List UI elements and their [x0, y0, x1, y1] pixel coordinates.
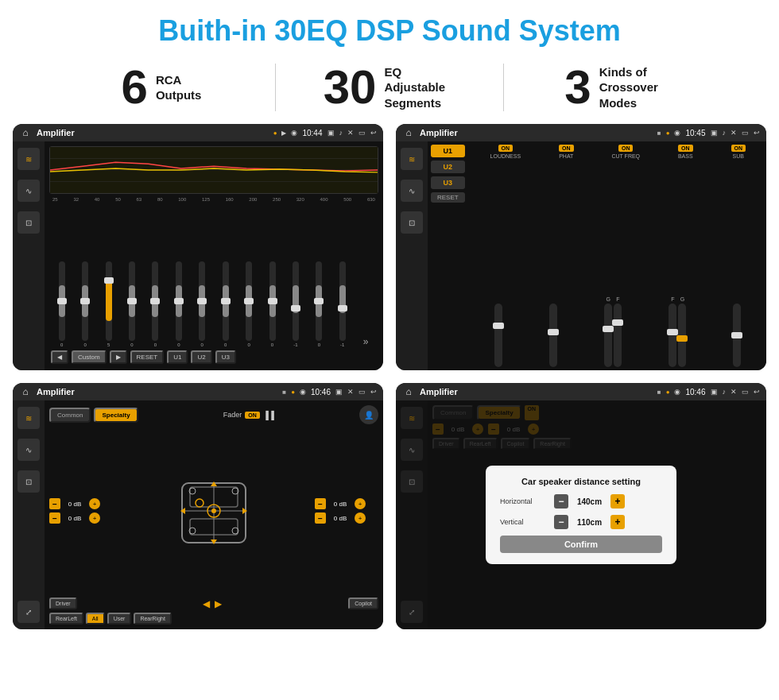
eq-track-2[interactable]: [82, 261, 88, 341]
sub-track[interactable]: [733, 304, 741, 367]
tab-specialty[interactable]: Specialty: [94, 408, 138, 423]
eq-track-4[interactable]: [129, 261, 135, 341]
cutfreq-on[interactable]: ON: [618, 145, 634, 152]
rearright-btn[interactable]: RearRight: [134, 613, 172, 625]
eq-thumb-4[interactable]: [127, 298, 137, 304]
eq-thumb-6[interactable]: [174, 298, 184, 304]
bass-on[interactable]: ON: [678, 145, 693, 152]
eq-track-8[interactable]: [223, 261, 229, 341]
back-icon-3: ↩: [370, 388, 377, 396]
preset-u1[interactable]: U1: [431, 145, 465, 157]
fader-sidebar-btn-1[interactable]: ≋: [17, 407, 40, 429]
window-icon-1: ▭: [358, 129, 366, 137]
eq-track-11[interactable]: [293, 261, 299, 341]
sub-thumb[interactable]: [731, 332, 742, 338]
eq-thumb-5[interactable]: [150, 298, 160, 304]
loudness-thumb[interactable]: [493, 323, 504, 329]
f2-track[interactable]: [669, 304, 676, 367]
g2-thumb[interactable]: [676, 335, 688, 342]
db-plus-rr[interactable]: +: [355, 512, 366, 524]
driver-btn[interactable]: Driver: [49, 598, 77, 609]
stat-number-6: 6: [122, 64, 148, 111]
db-minus-fl[interactable]: −: [49, 498, 60, 509]
eq-track-5[interactable]: [152, 261, 158, 341]
eq-track-9[interactable]: [246, 261, 252, 341]
phat-track[interactable]: [549, 304, 557, 367]
horizontal-minus[interactable]: −: [554, 494, 568, 509]
amp2-sidebar-btn-3[interactable]: ⊡: [401, 211, 423, 234]
f2-thumb[interactable]: [667, 329, 678, 335]
arrow-right[interactable]: ▶: [215, 598, 222, 609]
tab-common[interactable]: Common: [49, 408, 91, 423]
eq-thumb-12[interactable]: [314, 298, 324, 304]
fader-sidebar-btn-2[interactable]: ∿: [17, 439, 40, 461]
eq-track-12[interactable]: [316, 261, 322, 341]
eq-thumb-10[interactable]: [268, 298, 277, 304]
eq-thumb-8[interactable]: [221, 298, 231, 304]
eq-track-1[interactable]: [59, 261, 65, 341]
db-minus-rl[interactable]: −: [49, 512, 60, 524]
phat-on[interactable]: ON: [559, 145, 574, 152]
eq-track-10[interactable]: [269, 261, 276, 341]
eq-sidebar-btn-3[interactable]: ⊡: [17, 211, 40, 234]
dialog-overlay: Car speaker distance setting Horizontal …: [396, 400, 766, 629]
eq-thumb-2[interactable]: [80, 298, 90, 304]
eq-next-btn[interactable]: ▶: [110, 350, 127, 364]
db-plus-fl[interactable]: +: [89, 498, 100, 509]
amp2-top-row: ON LOUDNESS ON PHAT ON CUT FREQ: [473, 145, 763, 159]
eq-sidebar-btn-2[interactable]: ∿: [17, 180, 40, 202]
user-btn[interactable]: User: [107, 613, 132, 625]
g2-track[interactable]: [678, 304, 686, 367]
back-icon-2: ↩: [754, 129, 760, 137]
f-track[interactable]: [614, 304, 622, 367]
f-thumb[interactable]: [612, 319, 623, 326]
vertical-minus[interactable]: −: [554, 515, 568, 529]
home-icon-3: ⌂: [19, 385, 32, 398]
fader-sidebar-btn-4[interactable]: ⤢: [17, 601, 40, 623]
horizontal-plus[interactable]: +: [610, 494, 625, 509]
fader-sidebar-btn-3[interactable]: ⊡: [17, 470, 40, 493]
eq-track-3[interactable]: [106, 261, 112, 341]
preset-u3[interactable]: U3: [431, 176, 465, 189]
eq-sidebar-btn-1[interactable]: ≋: [17, 148, 40, 170]
db-plus-rl[interactable]: +: [89, 512, 100, 524]
amp2-sidebar-btn-2[interactable]: ∿: [401, 180, 423, 202]
eq-reset-btn[interactable]: RESET: [130, 350, 165, 364]
copilot-btn[interactable]: Copilot: [348, 598, 378, 609]
eq-track-6[interactable]: [176, 261, 182, 341]
amp2-sidebar-btn-1[interactable]: ≋: [401, 148, 423, 170]
eq-u1-btn[interactable]: U1: [167, 350, 188, 364]
loudness-on[interactable]: ON: [498, 145, 514, 152]
stat-desc-eq: EQ AdjustableSegments: [384, 64, 455, 111]
eq-thumb-7[interactable]: [197, 298, 207, 304]
db-minus-rr[interactable]: −: [315, 512, 326, 524]
eq-track-7[interactable]: [199, 261, 205, 341]
confirm-button[interactable]: Confirm: [500, 536, 662, 553]
eq-preset-btn[interactable]: Custom: [72, 350, 107, 364]
fader-on-badge[interactable]: ON: [245, 412, 260, 419]
eq-track-13[interactable]: [339, 261, 346, 341]
db-minus-fr[interactable]: −: [315, 498, 326, 509]
freq-25: 25: [52, 197, 58, 202]
g-thumb[interactable]: [603, 326, 614, 332]
loudness-track[interactable]: [494, 304, 502, 367]
eq-thumb-9[interactable]: [244, 298, 254, 304]
g-track[interactable]: [604, 304, 612, 367]
all-btn[interactable]: All: [86, 613, 105, 625]
phat-thumb[interactable]: [548, 329, 559, 335]
amp2-reset[interactable]: RESET: [431, 192, 465, 203]
vertical-plus[interactable]: +: [610, 515, 625, 529]
rearleft-btn[interactable]: RearLeft: [49, 613, 83, 625]
eq-prev-btn[interactable]: ◀: [51, 350, 68, 364]
sub-on[interactable]: ON: [731, 145, 746, 152]
eq-thumb-11[interactable]: [291, 305, 300, 311]
eq-thumb-1[interactable]: [57, 298, 67, 304]
user-icon[interactable]: 👤: [359, 405, 378, 424]
eq-thumb-3[interactable]: [104, 277, 114, 284]
eq-u3-btn[interactable]: U3: [215, 350, 236, 364]
eq-u2-btn[interactable]: U2: [191, 350, 211, 364]
db-plus-fr[interactable]: +: [355, 498, 366, 509]
preset-u2[interactable]: U2: [431, 160, 465, 173]
arrow-left[interactable]: ◀: [203, 598, 210, 609]
eq-thumb-13[interactable]: [338, 305, 347, 311]
